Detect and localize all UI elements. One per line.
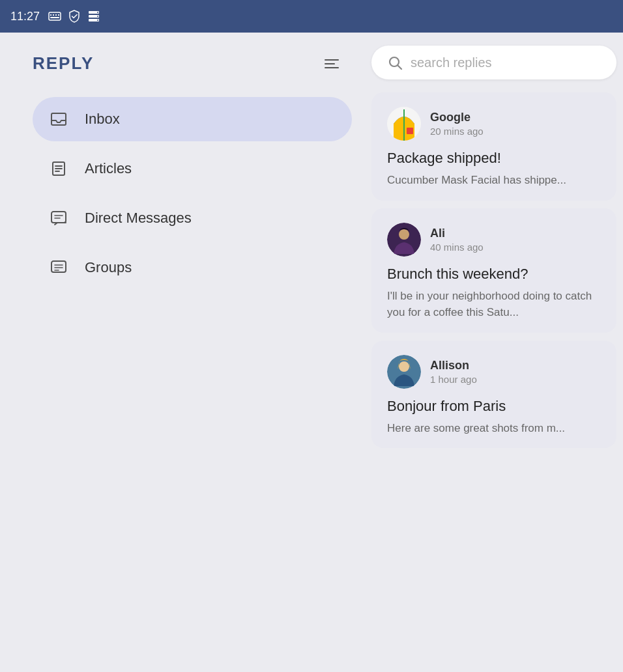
- message-card-ali[interactable]: Ali 40 mins ago Brunch this weekend? I'l…: [371, 208, 616, 333]
- inbox-icon: [48, 109, 69, 130]
- sender-time-ali: 40 mins ago: [430, 242, 484, 253]
- sender-info-google: Google 20 mins ago: [430, 111, 484, 137]
- card-preview-ali: I'll be in your neighborhood doing to ca…: [387, 288, 601, 321]
- avatar-google: [387, 107, 421, 141]
- direct-messages-label: Direct Messages: [85, 210, 192, 227]
- svg-rect-17: [51, 212, 66, 223]
- avatar-ali: [387, 223, 421, 257]
- search-bar[interactable]: search replies: [371, 46, 616, 79]
- sender-info-allison: Allison 1 hour ago: [430, 359, 477, 385]
- svg-point-10: [97, 16, 98, 17]
- sender-time-allison: 1 hour ago: [430, 374, 477, 385]
- card-header-ali: Ali 40 mins ago: [387, 223, 601, 257]
- card-header-google: Google 20 mins ago: [387, 107, 601, 141]
- articles-label: Articles: [85, 160, 132, 177]
- search-icon: [387, 55, 403, 70]
- messages-list: Google 20 mins ago Package shipped! Cucu…: [365, 92, 623, 448]
- sidebar-item-groups[interactable]: Groups: [33, 245, 352, 290]
- sidebar: REPLY Inbox: [0, 33, 365, 672]
- svg-point-9: [97, 12, 98, 13]
- message-card-allison[interactable]: Allison 1 hour ago Bonjour from Paris He…: [371, 341, 616, 449]
- avatar-allison: [387, 355, 421, 389]
- app-logo: REPLY: [33, 53, 94, 74]
- svg-rect-3: [55, 14, 57, 16]
- sender-name-allison: Allison: [430, 359, 477, 372]
- articles-icon: [48, 158, 69, 179]
- menu-collapse-button[interactable]: [325, 59, 339, 68]
- svg-line-25: [398, 66, 402, 70]
- main-layout: REPLY Inbox: [0, 33, 623, 672]
- card-subject-ali: Brunch this weekend?: [387, 266, 601, 283]
- card-header-allison: Allison 1 hour ago: [387, 355, 601, 389]
- status-time: 11:27: [10, 10, 40, 23]
- storage-icon: [87, 9, 101, 23]
- svg-point-31: [399, 361, 409, 372]
- groups-icon: [48, 257, 69, 278]
- status-icons: [48, 9, 101, 23]
- direct-messages-icon: [48, 208, 69, 229]
- right-panel: search replies: [365, 33, 623, 672]
- svg-rect-4: [58, 14, 59, 16]
- svg-rect-1: [50, 14, 51, 16]
- card-preview-google: Cucumber Mask Facial has shippe...: [387, 172, 601, 189]
- sidebar-header: REPLY: [33, 53, 352, 74]
- sender-name-google: Google: [430, 111, 484, 124]
- keyboard-icon: [48, 9, 62, 23]
- svg-point-11: [97, 20, 98, 21]
- svg-rect-5: [50, 17, 59, 18]
- sender-name-ali: Ali: [430, 227, 484, 240]
- status-bar: 11:27: [0, 0, 623, 33]
- svg-rect-12: [51, 113, 66, 125]
- sidebar-item-inbox[interactable]: Inbox: [33, 97, 352, 141]
- svg-rect-0: [49, 12, 61, 20]
- card-preview-allison: Here are some great shots from m...: [387, 420, 601, 437]
- message-card-google[interactable]: Google 20 mins ago Package shipped! Cucu…: [371, 92, 616, 201]
- card-subject-google: Package shipped!: [387, 150, 601, 167]
- svg-point-29: [399, 229, 409, 240]
- sender-info-ali: Ali 40 mins ago: [430, 227, 484, 253]
- sidebar-item-articles[interactable]: Articles: [33, 147, 352, 191]
- search-placeholder[interactable]: search replies: [411, 55, 492, 70]
- svg-rect-2: [53, 14, 54, 16]
- svg-rect-27: [407, 128, 413, 134]
- card-subject-allison: Bonjour from Paris: [387, 398, 601, 415]
- groups-label: Groups: [85, 259, 132, 276]
- shield-icon: [67, 9, 81, 23]
- inbox-label: Inbox: [85, 111, 120, 128]
- sender-time-google: 20 mins ago: [430, 126, 484, 137]
- sidebar-item-direct-messages[interactable]: Direct Messages: [33, 196, 352, 240]
